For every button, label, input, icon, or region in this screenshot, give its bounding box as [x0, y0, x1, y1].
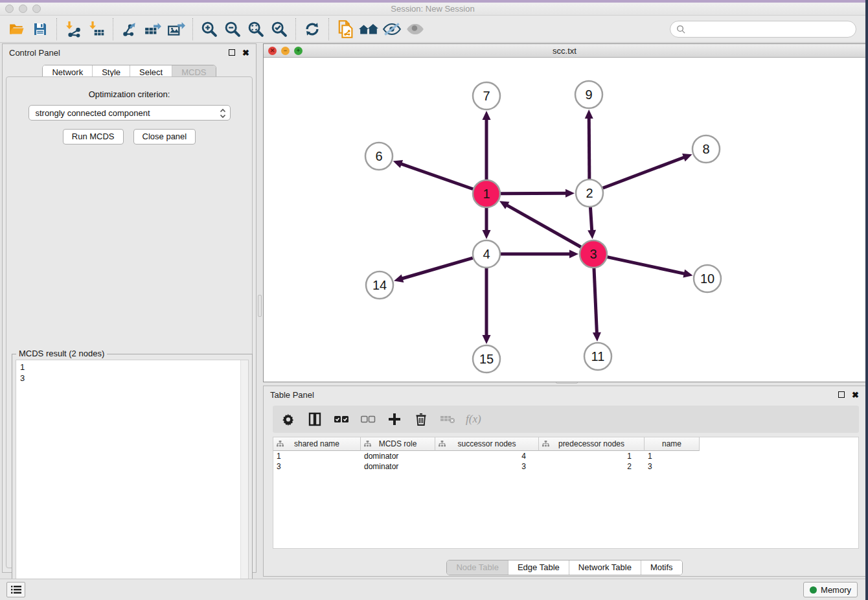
float-panel-icon[interactable] [838, 390, 845, 400]
import-table-icon[interactable] [85, 18, 108, 40]
column-type-icon [542, 441, 549, 448]
zoom-out-icon[interactable] [221, 18, 244, 40]
table-header-row: shared nameMCDS rolesuccessor nodesprede… [273, 437, 858, 451]
memory-button[interactable]: Memory [803, 582, 858, 597]
column-header-MCDS-role[interactable]: MCDS role [361, 437, 435, 451]
column-type-icon [277, 441, 284, 448]
graph-edge[interactable] [590, 207, 591, 232]
result-scrollbar[interactable] [240, 360, 248, 595]
delete-column-icon[interactable] [413, 410, 429, 428]
task-history-button[interactable] [6, 582, 25, 597]
column-header-successor-nodes[interactable]: successor nodes [435, 437, 539, 451]
float-panel-icon[interactable] [229, 48, 235, 58]
column-header-shared-name[interactable]: shared name [273, 437, 361, 451]
network-view-title: scc.txt [264, 46, 865, 56]
memory-status-icon [810, 586, 817, 594]
close-panel-icon[interactable]: ✖ [242, 48, 249, 58]
hide-selected-icon[interactable] [380, 18, 404, 40]
toolbar-separator [113, 18, 113, 40]
export-image-icon[interactable] [165, 18, 188, 40]
optimization-criterion-select[interactable]: strongly connected component [29, 105, 231, 121]
show-all-icon[interactable] [404, 18, 427, 40]
table-cell[interactable]: 2 [539, 462, 645, 471]
graph-node-label: 6 [375, 149, 382, 163]
column-header-label: shared name [294, 439, 339, 448]
graph-edge-arrowhead [683, 270, 692, 278]
graph-node-label: 2 [586, 186, 593, 200]
network-window-titlebar[interactable]: ✕ − + scc.txt [264, 44, 865, 58]
tab-node-table[interactable]: Node Table [447, 560, 508, 575]
add-column-icon[interactable] [386, 410, 403, 428]
table-cell[interactable]: 4 [435, 452, 539, 461]
close-panel-icon[interactable]: ✖ [852, 390, 859, 400]
graph-edge[interactable] [400, 163, 473, 189]
table-row[interactable]: 1dominator411 [273, 451, 858, 461]
table-row[interactable]: 3dominator323 [273, 461, 858, 472]
network-graph: 1234678910111415 [264, 58, 865, 382]
run-mcds-button[interactable]: Run MCDS [63, 129, 124, 144]
mcds-result-text[interactable]: 1 3 [16, 360, 249, 595]
table-cell[interactable]: dominator [361, 462, 435, 471]
graph-edge-arrowhead [394, 274, 404, 282]
graph-node-label: 11 [591, 349, 605, 363]
copy-view-icon[interactable] [334, 18, 357, 40]
result-line: 1 [20, 362, 244, 373]
graph-edge[interactable] [603, 157, 686, 188]
show-column-icon[interactable] [306, 410, 323, 428]
status-bar: Memory [0, 579, 865, 600]
select-all-checks-icon[interactable] [333, 410, 350, 428]
tab-network-table[interactable]: Network Table [569, 560, 641, 575]
graph-edge-arrowhead [393, 160, 403, 168]
graph-edge[interactable] [501, 193, 567, 194]
toolbar-separator [192, 18, 193, 40]
settings-gear-icon[interactable] [280, 410, 297, 428]
graph-node-label: 8 [702, 142, 709, 156]
save-session-icon[interactable] [29, 18, 52, 40]
tab-edge-table[interactable]: Edge Table [508, 560, 569, 575]
graph-edge[interactable] [401, 258, 473, 279]
column-header-predecessor-nodes[interactable]: predecessor nodes [539, 437, 645, 451]
node-table[interactable]: shared nameMCDS rolesuccessor nodesprede… [273, 437, 859, 549]
optimization-criterion-label: Optimization criterion: [6, 89, 252, 99]
table-cell[interactable]: 1 [645, 452, 700, 461]
search-icon [676, 25, 686, 34]
table-cell[interactable]: 3 [435, 462, 539, 471]
search-field[interactable] [670, 21, 856, 38]
table-cell[interactable]: dominator [361, 452, 435, 461]
refresh-icon[interactable] [301, 18, 324, 40]
table-panel: Table Panel ✖ f(x) shared nameMCDS roles… [263, 386, 866, 577]
graph-edge[interactable] [608, 257, 686, 274]
open-session-icon[interactable] [5, 18, 29, 40]
zoom-in-icon[interactable] [198, 18, 221, 40]
tab-motifs[interactable]: Motifs [641, 560, 682, 575]
deselect-checks-icon[interactable] [360, 410, 376, 428]
network-view-window: ✕ − + scc.txt 1234678910111415 [263, 43, 866, 382]
graph-edge[interactable] [589, 117, 589, 179]
close-panel-button[interactable]: Close panel [133, 129, 196, 144]
export-network-icon[interactable] [118, 18, 141, 40]
table-cell[interactable]: 1 [539, 452, 645, 461]
delete-table-icon [439, 410, 456, 428]
graph-node-label: 4 [483, 247, 490, 261]
graph-node-label: 7 [483, 89, 490, 103]
table-cell[interactable]: 3 [273, 462, 361, 471]
graph-node-label: 10 [700, 271, 714, 286]
table-cell[interactable]: 1 [273, 452, 361, 461]
graph-edge[interactable] [506, 205, 581, 248]
graph-edge[interactable] [594, 268, 597, 334]
zoom-selected-icon[interactable] [268, 18, 291, 40]
import-network-icon[interactable] [62, 18, 85, 40]
column-header-name[interactable]: name [645, 437, 700, 451]
toolbar-separator [295, 18, 296, 40]
graph-node-label: 1 [483, 187, 490, 201]
split-divider-handle[interactable] [258, 295, 262, 317]
network-canvas[interactable]: 1234678910111415 [264, 58, 865, 382]
mcds-result-fieldset: MCDS result (2 nodes) 1 3 [12, 354, 253, 599]
selected-option-label: strongly connected component [36, 108, 150, 118]
zoom-fit-icon[interactable] [244, 18, 268, 40]
desktop-edge-right [865, 0, 868, 600]
export-table-icon[interactable] [141, 18, 165, 40]
home-fit-icon[interactable] [357, 18, 380, 40]
graph-node-label: 3 [589, 247, 597, 261]
table-cell[interactable]: 3 [645, 462, 700, 471]
